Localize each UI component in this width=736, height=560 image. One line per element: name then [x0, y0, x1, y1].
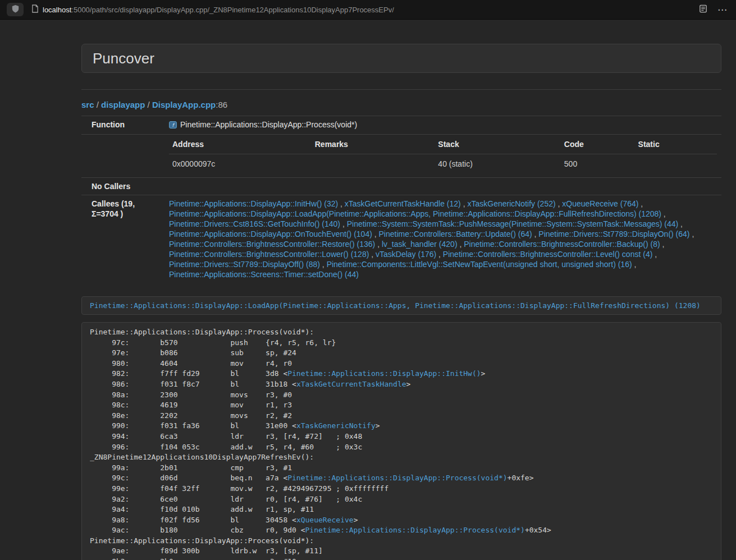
url-path: :5000/path/src/displayapp/DisplayApp.cpp…: [71, 6, 394, 14]
function-name: Pinetime::Applications::DisplayApp::Proc…: [180, 120, 357, 129]
callee-link[interactable]: Pinetime::Controllers::BrightnessControl…: [464, 240, 660, 249]
code-value: 500: [561, 154, 635, 175]
url-bar[interactable]: localhost:5000/path/src/displayapp/Displ…: [28, 4, 694, 15]
callee-link[interactable]: vTaskDelay (176): [376, 250, 436, 259]
function-table: Function f Pinetime::Applications::Displ…: [81, 116, 721, 283]
highlight-link[interactable]: Pinetime::Applications::DisplayApp::Load…: [90, 301, 701, 310]
symbol-link[interactable]: Pinetime::Applications::DisplayApp::Init…: [287, 369, 481, 378]
tracking-protection-button[interactable]: [7, 3, 24, 16]
function-icon: f: [169, 121, 177, 131]
symbol-link[interactable]: xTaskGetCurrentTaskHandle: [296, 380, 406, 388]
callees-list: Pinetime::Applications::DisplayApp::Init…: [164, 195, 721, 283]
static-value: [635, 154, 717, 175]
header-banner: Puncover: [81, 44, 721, 73]
callee-link[interactable]: Pinetime::Applications::Screens::Timer::…: [169, 270, 359, 279]
breadcrumb-link[interactable]: displayapp: [101, 100, 145, 109]
function-row-label: Function: [81, 116, 164, 135]
url-host: localhost: [43, 6, 71, 14]
reader-view-icon: [699, 4, 707, 15]
url-text: localhost:5000/path/src/displayapp/Displ…: [43, 6, 394, 14]
callee-link[interactable]: Pinetime::Controllers::BrightnessControl…: [443, 250, 652, 259]
callee-link[interactable]: Pinetime::Applications::DisplayApp::Init…: [169, 199, 338, 208]
column-header-static: Static: [635, 138, 717, 154]
callee-link[interactable]: Pinetime::Drivers::St7789::DisplayOn() (…: [538, 229, 689, 238]
callee-link[interactable]: xQueueReceive (764): [562, 199, 638, 208]
toolbar-right: ⋯: [699, 4, 729, 15]
table-row: 0x0000097c 40 (static) 500: [169, 154, 717, 175]
stats-row-label: [81, 135, 164, 178]
stats-row: Address Remarks Stack Code Static 0x0000…: [81, 135, 721, 178]
column-header-remarks: Remarks: [312, 138, 435, 154]
callees-label: Callees (19, Σ=3704 ): [81, 195, 164, 283]
shield-icon: [12, 4, 19, 15]
page-icon: [31, 4, 39, 15]
symbol-link[interactable]: Pinetime::Applications::DisplayApp::Proc…: [287, 474, 507, 482]
callee-link[interactable]: Pinetime::Applications::DisplayApp::OnTo…: [169, 229, 372, 238]
symbol-link[interactable]: xQueueReceive: [296, 516, 354, 524]
callee-link[interactable]: xTaskGetCurrentTaskHandle (12): [345, 199, 461, 208]
disassembly-panel: Pinetime::Applications::DisplayApp::Proc…: [81, 322, 721, 560]
column-header-code: Code: [561, 138, 635, 154]
breadcrumb-link[interactable]: src: [81, 100, 94, 109]
page-title: Puncover: [93, 49, 710, 68]
function-row: Function f Pinetime::Applications::Displ…: [81, 116, 721, 135]
callees-row: Callees (19, Σ=3704 ) Pinetime::Applicat…: [81, 195, 721, 283]
remarks-value: [312, 154, 435, 175]
column-header-address: Address: [169, 138, 312, 154]
callee-link[interactable]: xTaskGenericNotify (252): [467, 199, 555, 208]
stack-value: 40 (static): [435, 154, 560, 175]
symbol-stats-table: Address Remarks Stack Code Static 0x0000…: [169, 138, 717, 174]
callee-link[interactable]: Pinetime::Drivers::Cst816S::GetTouchInfo…: [169, 219, 340, 228]
column-header-stack: Stack: [435, 138, 560, 154]
disassembly-code: Pinetime::Applications::DisplayApp::Proc…: [90, 327, 713, 560]
breadcrumb: src / displayapp / DisplayApp.cpp:86: [81, 100, 721, 109]
menu-button[interactable]: ⋯: [717, 5, 727, 15]
callee-link[interactable]: Pinetime::Applications::DisplayApp::Load…: [169, 209, 661, 218]
reader-view-button[interactable]: [699, 4, 707, 15]
callee-link[interactable]: Pinetime::Controllers::BrightnessControl…: [169, 240, 375, 249]
callee-link[interactable]: Pinetime::Controllers::BrightnessControl…: [169, 250, 369, 259]
breadcrumb-link[interactable]: DisplayApp.cpp: [152, 100, 216, 109]
highlight-panel: Pinetime::Applications::DisplayApp::Load…: [81, 296, 721, 315]
page-content: Puncover src / displayapp / DisplayApp.c…: [81, 44, 721, 560]
callee-link[interactable]: Pinetime::Controllers::Battery::Update()…: [379, 229, 532, 238]
symbol-link[interactable]: Pinetime::Applications::DisplayApp::Proc…: [305, 526, 525, 534]
callee-link[interactable]: Pinetime::Components::LittleVgl::SetNewT…: [327, 260, 632, 269]
no-callers-row: No Callers: [81, 178, 721, 195]
callee-link[interactable]: lv_task_handler (420): [382, 240, 458, 249]
divider: [81, 89, 721, 90]
menu-icon: ⋯: [717, 5, 727, 15]
stats-header-row: Address Remarks Stack Code Static: [169, 138, 717, 154]
callee-link[interactable]: Pinetime::Drivers::St7789::DisplayOff() …: [169, 260, 320, 269]
address-value: 0x0000097c: [169, 154, 312, 175]
symbol-link[interactable]: xTaskGenericNotify: [296, 421, 376, 430]
no-callers-label: No Callers: [81, 178, 164, 195]
browser-chrome: localhost:5000/path/src/displayapp/Displ…: [0, 0, 736, 20]
no-callers-value: [164, 178, 721, 195]
callee-link[interactable]: Pinetime::System::SystemTask::PushMessag…: [347, 219, 679, 228]
